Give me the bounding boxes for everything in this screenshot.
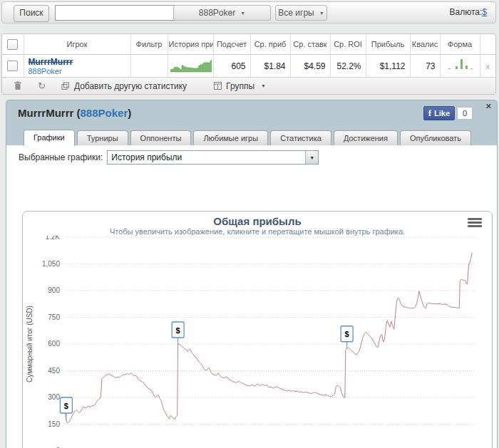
profit-chart: Общая прибыль Чтобы увеличить изображени…	[22, 211, 493, 448]
significant-win-flag[interactable]: $	[341, 326, 353, 349]
significant-win-flag[interactable]: $	[172, 322, 184, 345]
paren-close: )	[128, 107, 131, 119]
currency-label: Валюта:	[450, 7, 483, 17]
panel-title-name: MurrrMurrr	[18, 107, 73, 119]
tab-3[interactable]: Любимые игры	[193, 130, 268, 145]
column-header-10[interactable]: Форма	[440, 34, 480, 55]
column-header-1[interactable]: Игрок	[24, 34, 130, 55]
graph-select[interactable]: История прибыли ▼	[107, 150, 319, 165]
search-button[interactable]: Поиск	[14, 5, 49, 22]
avg-roi-cell: 52.2%	[330, 55, 366, 78]
facebook-like-button[interactable]: f Like	[423, 106, 455, 120]
table-row[interactable]: MurrrMurrr 888Poker 605 $1.84 $4.59 52.2…	[2, 55, 495, 78]
chart-title: Общая прибыль	[23, 215, 492, 227]
player-panel: MurrrMurrr (888Poker) f Like 0 ✕ Графики…	[6, 100, 498, 448]
tab-0[interactable]: Графики	[24, 130, 75, 146]
qualif-cell: 73	[410, 55, 440, 78]
svg-text:$: $	[176, 326, 180, 335]
site-select[interactable]: 888Poker ▼	[173, 5, 271, 21]
avg-stake-cell: $4.59	[290, 55, 330, 78]
row-checkbox[interactable]	[7, 61, 18, 71]
games-select[interactable]: Все игры ▼	[275, 5, 327, 21]
column-header-4[interactable]: Подсчет	[213, 34, 250, 55]
paren-open: (	[73, 107, 80, 119]
form-sparkline	[446, 58, 477, 71]
player-name[interactable]: MurrrMurrr	[29, 58, 126, 67]
site-select-value: 888Poker	[199, 8, 235, 18]
groups-icon	[214, 82, 222, 90]
tab-2[interactable]: Оппоненты	[130, 130, 192, 145]
stats-grid-panel: ИгрокФильтрИстория прибыПодсчетСр. прибС…	[1, 33, 496, 95]
column-header-8[interactable]: Прибыль	[366, 34, 410, 55]
chevron-down-icon: ▼	[305, 151, 318, 164]
column-header-6[interactable]: Ср. ставк	[290, 34, 330, 55]
facebook-logo-icon: f	[428, 108, 431, 119]
graph-select-label: Выбранные графики:	[19, 152, 103, 162]
profit-history-cell	[168, 55, 213, 78]
tabs-row: ГрафикиТурнирыОппонентыЛюбимые игрыСтати…	[24, 130, 471, 145]
add-statistic-button[interactable]: Добавить другую статистику	[74, 81, 187, 91]
chevron-down-icon: ▼	[240, 11, 245, 16]
chart-plot-area[interactable]: 1.2K1,0509007506004503001500010020030040…	[24, 236, 493, 448]
column-header-2[interactable]: Фильтр	[130, 34, 168, 55]
currency-setting: Валюта:$	[450, 7, 487, 17]
player-site[interactable]: 888Poker	[29, 67, 126, 76]
significant-win-flag[interactable]: $	[60, 397, 72, 420]
close-icon[interactable]: ✕	[485, 102, 492, 111]
select-all-checkbox[interactable]	[7, 39, 18, 50]
svg-text:150: 150	[48, 420, 60, 428]
profit-sparkline	[170, 57, 212, 73]
svg-text:Суммарный итог (USD): Суммарный итог (USD)	[26, 306, 34, 382]
avg-profit-cell: $1.84	[250, 55, 290, 78]
groups-button[interactable]: Группы	[226, 81, 254, 91]
column-header-empty-0[interactable]	[2, 34, 24, 55]
profit-cell: $1,112	[366, 55, 410, 78]
page: Поиск 888Poker ▼ Все игры ▼ Валюта:$ Игр…	[0, 0, 499, 448]
grid-toolbar: ↻ Добавить другую статистику Группы ▼	[2, 77, 495, 94]
svg-text:300: 300	[48, 393, 60, 401]
svg-text:$: $	[64, 402, 68, 410]
tab-6[interactable]: Опубликовать	[400, 130, 471, 145]
svg-text:1,050: 1,050	[42, 260, 60, 268]
svg-text:750: 750	[48, 313, 60, 321]
column-header-7[interactable]: Ср. ROI	[330, 34, 366, 55]
games-select-value: Все игры	[278, 8, 314, 18]
filter-cell	[130, 55, 168, 78]
search-bar: Поиск 888Poker ▼ Все игры ▼ Валюта:$	[1, 1, 496, 24]
count-cell: 605	[213, 55, 250, 78]
chart-menu-button[interactable]	[468, 218, 482, 229]
panel-title: MurrrMurrr (888Poker)	[18, 107, 131, 119]
panel-body: Выбранные графики: История прибыли ▼ Общ…	[6, 145, 497, 448]
form-cell	[440, 55, 480, 78]
like-count-badge: 0	[457, 107, 473, 120]
tab-4[interactable]: Статистика	[270, 130, 331, 145]
svg-text:900: 900	[48, 286, 60, 294]
graph-select-row: Выбранные графики: История прибыли ▼	[19, 150, 319, 165]
column-header-empty-11[interactable]	[480, 34, 495, 55]
chart-subtitle: Чтобы увеличить изображение, кликните и …	[23, 227, 492, 236]
remove-row-link[interactable]: x	[486, 62, 490, 71]
facebook-like: f Like 0	[423, 106, 473, 120]
graph-select-value: История прибыли	[108, 152, 305, 162]
svg-text:600: 600	[48, 340, 60, 348]
like-label: Like	[434, 109, 450, 118]
tab-5[interactable]: Достижения	[334, 130, 398, 145]
stats-table: ИгрокФильтрИстория прибыПодсчетСр. прибС…	[2, 34, 495, 77]
chevron-down-icon: ▼	[319, 11, 324, 16]
chevron-down-icon: ▼	[261, 83, 266, 88]
column-header-9[interactable]: Квалис	[410, 34, 440, 55]
currency-link[interactable]: $	[482, 7, 487, 17]
search-input[interactable]	[55, 5, 176, 21]
refresh-icon[interactable]: ↻	[38, 80, 46, 91]
column-header-5[interactable]: Ср. приб	[250, 34, 290, 55]
trash-icon[interactable]	[14, 81, 22, 90]
svg-text:1.2K: 1.2K	[45, 236, 60, 241]
panel-title-site[interactable]: 888Poker	[81, 107, 128, 119]
table-header-row: ИгрокФильтрИстория прибыПодсчетСр. прибС…	[2, 34, 495, 55]
svg-text:450: 450	[48, 367, 60, 375]
svg-text:$: $	[345, 330, 349, 338]
tab-1[interactable]: Турниры	[77, 130, 128, 145]
copy-icon[interactable]	[61, 82, 70, 90]
column-header-3[interactable]: История прибы	[168, 34, 213, 55]
